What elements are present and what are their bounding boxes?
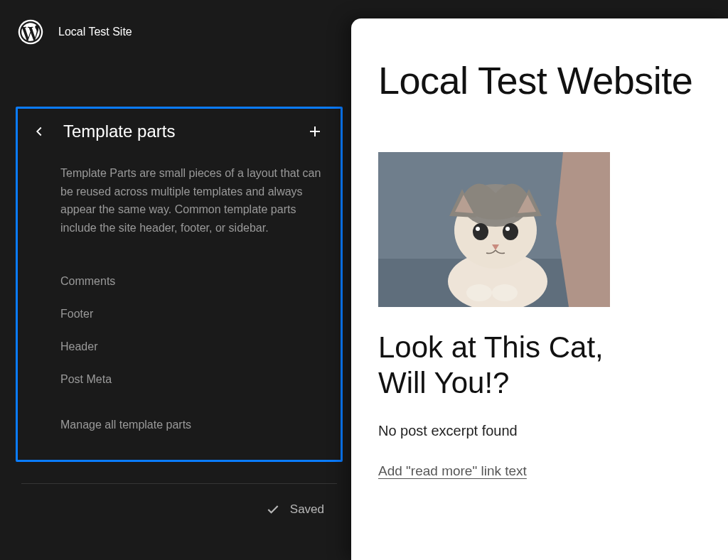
svg-point-16	[503, 223, 518, 240]
back-button[interactable]	[31, 123, 48, 140]
manage-all-link[interactable]: Manage all template parts	[31, 410, 325, 440]
svg-point-18	[505, 227, 510, 231]
preview-site-title: Local Test Website	[378, 58, 728, 102]
panel-title: Template parts	[63, 122, 289, 141]
template-part-item-header[interactable]: Header	[60, 330, 325, 363]
template-part-item-post-meta[interactable]: Post Meta	[60, 363, 325, 396]
site-preview[interactable]: Local Test Website	[351, 18, 728, 560]
svg-point-7	[466, 284, 492, 301]
plus-icon	[306, 123, 323, 140]
save-status: Saved	[16, 484, 343, 517]
post-featured-image	[378, 152, 610, 307]
template-parts-list: Comments Footer Header Post Meta	[31, 265, 325, 396]
saved-label: Saved	[290, 502, 324, 517]
panel-header: Template parts	[31, 122, 325, 141]
kitten-photo	[378, 152, 610, 307]
editor-sidebar: Local Test Site Template parts Template …	[0, 0, 351, 560]
template-part-item-footer[interactable]: Footer	[60, 298, 325, 330]
chevron-left-icon	[31, 124, 47, 139]
post-excerpt: No post excerpt found	[378, 423, 728, 439]
add-template-part-button[interactable]	[305, 122, 325, 141]
svg-point-15	[473, 223, 488, 240]
sidebar-header: Local Test Site	[16, 14, 343, 60]
svg-point-8	[492, 284, 518, 301]
site-name: Local Test Site	[58, 26, 132, 38]
read-more-link[interactable]: Add "read more" link text	[378, 463, 527, 478]
svg-point-17	[476, 227, 480, 231]
wordpress-logo-icon[interactable]	[17, 18, 44, 45]
template-part-item-comments[interactable]: Comments	[60, 265, 325, 298]
panel-description: Template Parts are small pieces of a lay…	[31, 164, 325, 237]
post-title: Look at This Cat, Will You!?	[378, 330, 620, 402]
check-icon	[266, 502, 280, 517]
template-parts-panel: Template parts Template Parts are small …	[16, 107, 343, 462]
